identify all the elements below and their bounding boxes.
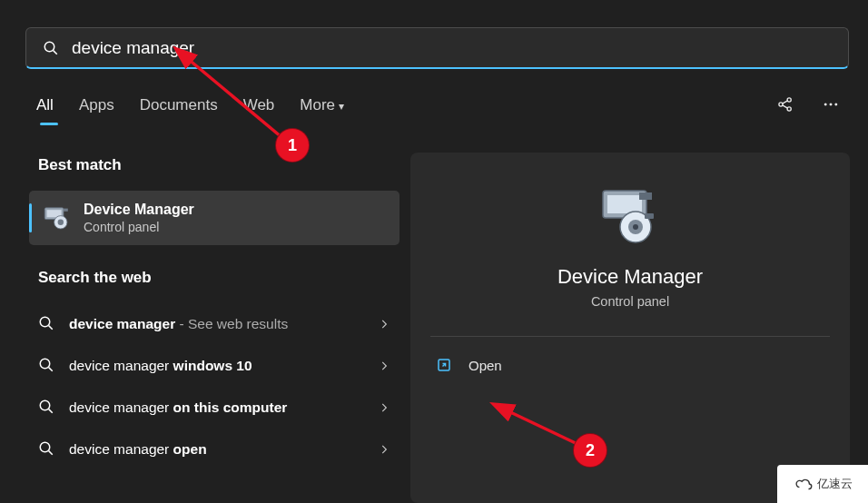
svg-rect-24 [607, 195, 642, 213]
watermark-text: 亿速云 [817, 476, 853, 492]
web-result-item[interactable]: device manager - See web results [29, 303, 399, 345]
chevron-right-icon [378, 401, 390, 414]
best-match-item[interactable]: Device Manager Control panel [29, 191, 399, 245]
svg-line-1 [54, 50, 57, 54]
open-external-icon [436, 357, 452, 373]
chevron-right-icon [378, 360, 390, 372]
svg-line-16 [49, 326, 53, 330]
annotation-step-1: 1 [276, 129, 309, 162]
svg-line-18 [49, 368, 53, 371]
svg-point-0 [44, 42, 54, 52]
svg-point-15 [40, 317, 50, 327]
web-result-item[interactable]: device manager on this computer [29, 387, 399, 429]
web-result-text: device manager open [69, 441, 365, 458]
best-match-text: Device Manager Control panel [84, 202, 194, 234]
more-icon[interactable] [821, 94, 841, 114]
tab-more[interactable]: More▾ [300, 96, 344, 122]
top-right-icons [775, 94, 841, 114]
svg-line-31 [187, 58, 287, 142]
web-result-text: device manager - See web results [69, 316, 365, 332]
search-icon [38, 357, 56, 375]
search-web-heading: Search the web [29, 269, 399, 287]
svg-line-20 [49, 409, 53, 413]
tab-all[interactable]: All [36, 96, 54, 122]
tab-more-label: More [300, 96, 335, 113]
svg-point-9 [834, 104, 837, 106]
share-icon[interactable] [775, 94, 795, 114]
search-icon [38, 440, 56, 459]
web-result-text: device manager windows 10 [69, 358, 365, 374]
svg-point-28 [633, 224, 638, 230]
svg-rect-14 [64, 209, 68, 212]
open-action-label: Open [469, 358, 502, 373]
svg-line-6 [783, 105, 788, 108]
chevron-right-icon [378, 318, 390, 330]
open-action[interactable]: Open [430, 357, 502, 373]
web-result-item[interactable]: device manager windows 10 [29, 345, 399, 387]
detail-title: Device Manager [557, 265, 703, 289]
tab-apps[interactable]: Apps [79, 96, 114, 122]
svg-line-5 [783, 101, 788, 104]
web-results-list: device manager - See web resultsdevice m… [29, 303, 399, 470]
web-result-item[interactable]: device manager open [29, 429, 399, 470]
search-bar[interactable] [25, 27, 849, 69]
svg-point-21 [40, 442, 50, 452]
chevron-right-icon [378, 443, 390, 456]
detail-divider [430, 336, 830, 337]
detail-app-icon [594, 183, 666, 247]
detail-subtitle: Control panel [591, 294, 669, 309]
search-icon [43, 40, 59, 56]
best-match-heading: Best match [29, 156, 399, 174]
detail-panel: Device Manager Control panel Open [410, 153, 850, 503]
search-icon [38, 399, 56, 417]
web-result-text: device manager on this computer [69, 399, 365, 416]
best-match-title: Device Manager [84, 202, 194, 218]
svg-line-22 [49, 451, 53, 455]
svg-rect-29 [645, 213, 654, 219]
svg-point-19 [40, 400, 50, 410]
search-icon [38, 315, 56, 333]
chevron-down-icon: ▾ [339, 100, 344, 113]
results-left-column: Best match Device Manager Control panel … [29, 156, 399, 470]
svg-point-13 [58, 220, 64, 225]
svg-point-7 [824, 104, 827, 106]
best-match-subtitle: Control panel [84, 220, 194, 234]
svg-point-17 [40, 359, 50, 369]
svg-line-32 [507, 410, 579, 445]
watermark: 亿速云 [777, 465, 868, 503]
device-manager-icon [42, 203, 71, 232]
annotation-step-2: 2 [574, 434, 607, 467]
svg-point-8 [830, 104, 833, 106]
svg-rect-25 [639, 192, 652, 200]
